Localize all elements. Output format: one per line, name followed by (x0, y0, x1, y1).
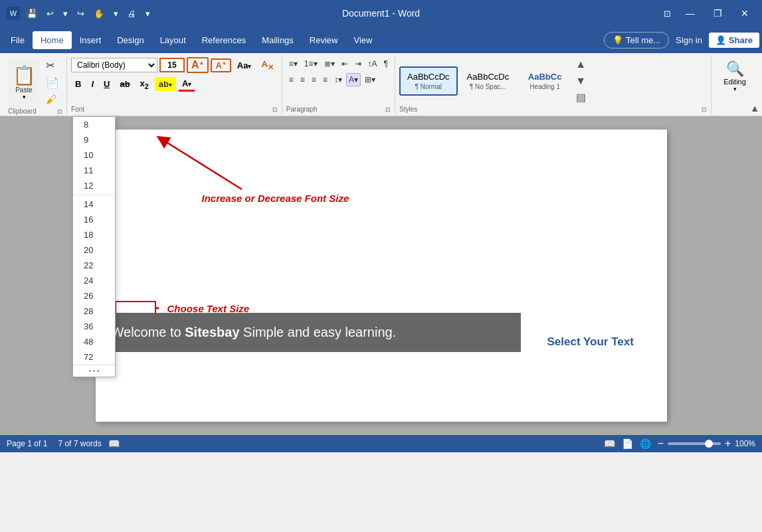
clear-formatting-button[interactable]: A✕ (257, 57, 277, 74)
multilevel-button[interactable]: ≣▾ (322, 57, 337, 70)
font-size-24[interactable]: 24 (73, 273, 115, 288)
paste-button[interactable]: 📋 Paste ▾ (8, 57, 40, 108)
borders-button[interactable]: ⊞▾ (362, 73, 378, 86)
font-size-48[interactable]: 48 (73, 334, 115, 349)
style-no-spacing[interactable]: AaBbCcDc ¶ No Spac... (459, 66, 518, 96)
style-heading1[interactable]: AaBbCc Heading 1 (518, 66, 571, 96)
print-view-button[interactable]: 📄 (622, 438, 633, 449)
touch-button[interactable]: ✋ (91, 7, 107, 20)
decrease-indent-button[interactable]: ⇤ (339, 57, 351, 70)
font-size-20[interactable]: 20 (73, 242, 115, 258)
change-case-button[interactable]: Aa▾ (233, 58, 256, 72)
ribbon-collapse-button[interactable]: ▲ (747, 53, 762, 116)
menu-home[interactable]: Home (33, 31, 72, 49)
restore-button[interactable]: ❐ (707, 5, 729, 21)
close-button[interactable]: ✕ (734, 5, 755, 21)
clipboard-expand[interactable]: ⊡ (57, 108, 62, 115)
subscript-button[interactable]: x2 (136, 76, 153, 92)
tell-me-box[interactable]: 💡 Tell me... (604, 32, 669, 48)
menu-mailings[interactable]: Mailings (254, 31, 302, 49)
font-size-14[interactable]: 14 (73, 197, 115, 212)
styles-scroll-up[interactable]: ▲ (574, 57, 587, 72)
italic-button[interactable]: I (87, 77, 98, 91)
styles-scroll-down[interactable]: ▼ (574, 74, 587, 88)
undo-dropdown[interactable]: ▾ (60, 7, 70, 20)
menu-file[interactable]: File (3, 31, 33, 49)
clipboard-group: 📋 Paste ▾ ✂ 📄 🖌 Clipboard ⊡ (4, 56, 67, 114)
font-size-28[interactable]: 28 (73, 304, 115, 319)
menu-layout[interactable]: Layout (152, 31, 194, 49)
font-size-dropdown: 8 9 10 11 12 14 16 18 20 22 24 26 28 36 … (72, 116, 116, 377)
bullets-button[interactable]: ≡▾ (286, 57, 300, 70)
strikethrough-button[interactable]: ab (116, 77, 134, 91)
redo-button[interactable]: ↪ (74, 7, 87, 20)
paragraph-group: ≡▾ 1≡▾ ≣▾ ⇤ ⇥ ↕A ¶ ≡ ≡ ≡ ≡ ↕▾ A▾ ⊞▾ Para… (282, 56, 395, 114)
align-center[interactable]: ≡ (298, 73, 308, 86)
font-expand[interactable]: ⊡ (272, 106, 278, 113)
font-color-button[interactable]: A▾ (178, 76, 195, 92)
sign-in-button[interactable]: Sign in (676, 35, 702, 45)
menu-view[interactable]: View (345, 31, 380, 49)
styles-more[interactable]: ▤ (574, 90, 587, 105)
font-size-16[interactable]: 16 (73, 212, 115, 227)
read-mode-icon[interactable]: 📖 (108, 438, 120, 449)
cut-button[interactable]: ✂ (43, 57, 62, 74)
shading-button[interactable]: A▾ (346, 73, 361, 86)
font-size-22[interactable]: 22 (73, 258, 115, 273)
read-view-button[interactable]: 📖 (604, 438, 615, 449)
menu-bar-right: 💡 Tell me... Sign in 👤 Share (604, 32, 759, 48)
share-button[interactable]: 👤 Share (709, 33, 759, 48)
decrease-font-button[interactable]: A▼ (211, 58, 231, 72)
minimize-button[interactable]: — (679, 5, 702, 21)
paragraph-expand[interactable]: ⊡ (385, 106, 391, 113)
web-view-button[interactable]: 🌐 (640, 438, 651, 449)
font-size-9[interactable]: 9 (73, 132, 115, 147)
title-bar-right: ⊡ — ❐ ✕ (661, 5, 755, 21)
font-size-26[interactable]: 26 (73, 288, 115, 304)
numbering-button[interactable]: 1≡▾ (302, 57, 320, 70)
title-bar-left: W 💾 ↩ ▾ ↪ ✋ ▾ 🖨 ▾ (7, 7, 153, 20)
font-name-selector[interactable]: Calibri (Body) (71, 58, 157, 72)
justify[interactable]: ≡ (320, 73, 330, 86)
line-spacing[interactable]: ↕▾ (332, 73, 345, 86)
menu-bar: File Home Insert Design Layout Reference… (0, 27, 762, 53)
style-normal[interactable]: AaBbCcDc ¶ Normal (399, 66, 458, 96)
styles-expand[interactable]: ⊡ (702, 106, 707, 113)
document-page[interactable]: Increase or Decrease Font Size Choose Te… (96, 130, 667, 422)
font-size-72[interactable]: 72 (73, 349, 115, 365)
font-size-18[interactable]: 18 (73, 227, 115, 242)
format-painter-button[interactable]: 🖌 (43, 92, 62, 108)
increase-indent-button[interactable]: ⇥ (352, 57, 364, 70)
font-size-8[interactable]: 8 (73, 117, 115, 132)
menu-design[interactable]: Design (109, 31, 151, 49)
show-marks-button[interactable]: ¶ (381, 57, 391, 70)
font-size-12[interactable]: 12 (73, 178, 115, 193)
welcome-bold: Sitesbay (185, 325, 239, 339)
highlight-button[interactable]: ab▾ (155, 77, 176, 91)
bold-button[interactable]: B (71, 77, 85, 91)
save-button[interactable]: 💾 (24, 7, 40, 20)
zoom-in-button[interactable]: + (725, 438, 731, 450)
font-size-input[interactable]: 15 (159, 58, 185, 72)
increase-font-button[interactable]: A▲ (187, 57, 209, 73)
align-right[interactable]: ≡ (309, 73, 319, 86)
zoom-out-button[interactable]: − (658, 438, 664, 450)
restore-down-title[interactable]: ⊡ (661, 7, 674, 20)
font-size-11[interactable]: 11 (73, 163, 115, 178)
ribbon: 📋 Paste ▾ ✂ 📄 🖌 Clipboard ⊡ Calibri (Bod… (0, 53, 762, 116)
copy-button[interactable]: 📄 (43, 74, 62, 91)
zoom-slider[interactable] (668, 442, 721, 445)
print-preview-button[interactable]: 🖨 (125, 7, 139, 20)
menu-references[interactable]: References (194, 31, 254, 49)
undo-button[interactable]: ↩ (44, 7, 56, 20)
align-left[interactable]: ≡ (286, 73, 296, 86)
menu-insert[interactable]: Insert (72, 31, 110, 49)
font-size-10[interactable]: 10 (73, 147, 115, 163)
font-size-36[interactable]: 36 (73, 319, 115, 334)
touch-dropdown[interactable]: ▾ (111, 7, 121, 20)
underline-button[interactable]: U (100, 77, 114, 91)
sort-button[interactable]: ↕A (365, 57, 380, 70)
menu-review[interactable]: Review (302, 31, 346, 49)
customize-qat[interactable]: ▾ (143, 7, 153, 20)
styles-nav: ▲ ▼ ▤ (574, 57, 587, 105)
